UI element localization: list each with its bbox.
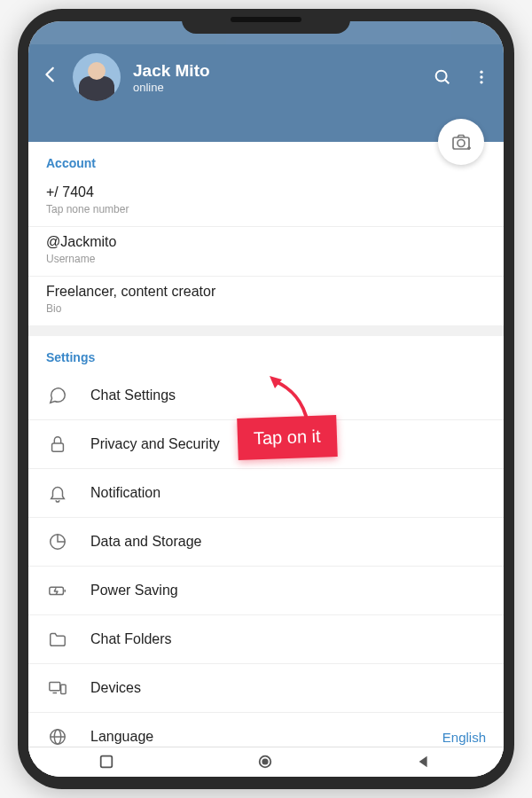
settings-title: Settings — [28, 347, 504, 372]
profile-header: Jack Mito online — [28, 44, 504, 142]
svg-point-0 — [436, 71, 447, 82]
settings-item-label: Notification — [90, 485, 486, 501]
phone-value: +/ 7404 — [46, 184, 486, 200]
svg-point-22 — [262, 759, 267, 763]
svg-rect-9 — [52, 443, 64, 451]
account-title: Account — [28, 153, 504, 177]
settings-section: Settings Chat Settings Privacy and Secur… — [28, 336, 504, 761]
svg-rect-15 — [61, 685, 66, 693]
section-gap — [28, 325, 504, 336]
nav-recent-icon[interactable] — [98, 754, 116, 771]
online-status: online — [133, 81, 433, 94]
language-value: English — [442, 730, 486, 745]
avatar[interactable] — [73, 53, 121, 101]
settings-item-notifications[interactable]: Notification — [28, 469, 504, 518]
svg-point-4 — [480, 81, 482, 83]
battery-icon — [46, 579, 69, 602]
globe-icon — [46, 725, 69, 748]
nav-back-icon[interactable] — [416, 754, 434, 771]
svg-point-2 — [480, 71, 482, 74]
settings-item-label: Chat Settings — [90, 387, 486, 403]
settings-item-label: Devices — [90, 680, 486, 696]
callout-label: Tap on it — [237, 415, 337, 460]
settings-item-folders[interactable]: Chat Folders — [28, 615, 504, 664]
folder-icon — [46, 628, 69, 651]
device-notch — [182, 9, 350, 34]
username-label: Username — [46, 253, 486, 265]
username-value: @Jackmito — [46, 234, 486, 250]
back-button[interactable] — [41, 65, 67, 90]
svg-marker-23 — [419, 755, 426, 767]
settings-item-label: Language — [90, 729, 442, 745]
bell-icon — [46, 481, 69, 505]
phone-frame: Jack Mito online Account — [18, 9, 514, 789]
screen: Jack Mito online Account — [28, 21, 504, 777]
chat-icon — [46, 384, 69, 407]
header-actions — [433, 67, 491, 87]
camera-add-button[interactable] — [438, 119, 484, 165]
search-icon[interactable] — [433, 67, 452, 87]
lock-icon — [46, 433, 69, 456]
svg-rect-13 — [50, 683, 60, 691]
svg-point-3 — [480, 75, 482, 78]
nav-home-icon[interactable] — [257, 754, 275, 771]
name-block: Jack Mito online — [133, 61, 433, 94]
settings-item-label: Data and Storage — [90, 534, 486, 550]
settings-item-data[interactable]: Data and Storage — [28, 518, 504, 567]
settings-item-devices[interactable]: Devices — [28, 664, 504, 713]
devices-icon — [46, 677, 69, 700]
settings-item-label: Power Saving — [90, 583, 486, 598]
svg-line-1 — [445, 80, 449, 83]
settings-item-power[interactable]: Power Saving — [28, 567, 504, 615]
svg-point-6 — [458, 140, 465, 147]
svg-rect-20 — [101, 755, 113, 767]
more-icon[interactable] — [472, 67, 491, 87]
username-field[interactable]: @Jackmito Username — [28, 227, 504, 277]
settings-item-chat[interactable]: Chat Settings — [28, 372, 504, 420]
content: Account +/ 7404 Tap none number @Jackmit… — [28, 142, 504, 777]
bio-field[interactable]: Freelancer, content creator Bio — [28, 277, 504, 325]
account-section: Account +/ 7404 Tap none number @Jackmit… — [28, 142, 504, 325]
display-name: Jack Mito — [133, 61, 433, 81]
settings-item-label: Chat Folders — [90, 631, 486, 647]
phone-field[interactable]: +/ 7404 Tap none number — [28, 177, 504, 227]
piechart-icon — [46, 530, 69, 553]
phone-label: Tap none number — [46, 203, 486, 215]
android-navbar — [28, 747, 504, 777]
bio-value: Freelancer, content creator — [46, 284, 486, 300]
bio-label: Bio — [46, 302, 486, 315]
